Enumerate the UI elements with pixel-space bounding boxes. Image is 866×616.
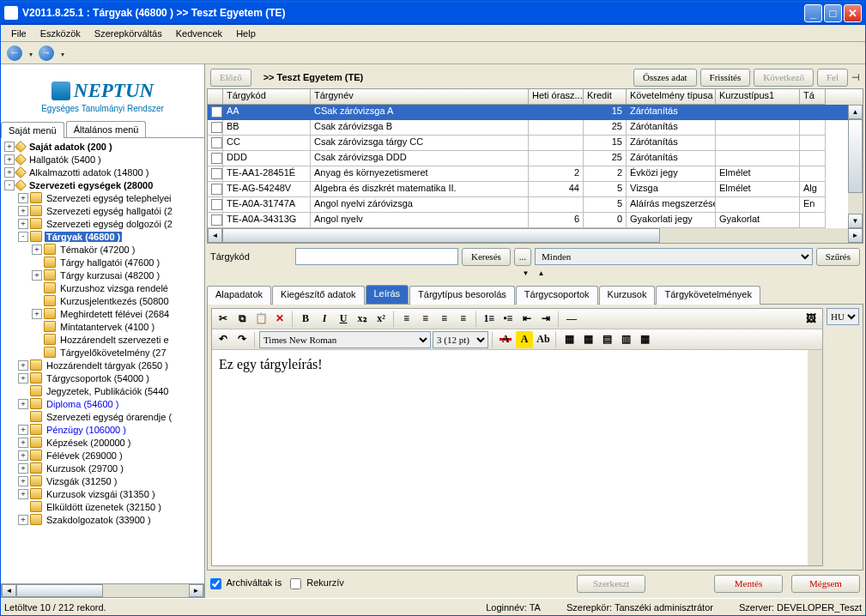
tree-node[interactable]: Kurzusjelentkezés (50800 (3, 294, 191, 307)
editor-vscrollbar[interactable] (808, 350, 822, 565)
tree-expand-icon[interactable] (32, 322, 42, 332)
refresh-button[interactable]: Frissítés (700, 69, 751, 87)
tree-expand-icon[interactable]: + (4, 167, 15, 178)
tree-node[interactable]: +Szakdolgozatok (33900 ) (3, 513, 191, 526)
pin-icon[interactable]: ⊣ (851, 72, 860, 83)
redo-icon[interactable]: ↷ (233, 331, 251, 348)
tree-node[interactable]: +Képzések (200000 ) (3, 436, 191, 449)
up-button[interactable]: Fel (817, 69, 848, 87)
close-button[interactable]: ✕ (844, 4, 862, 22)
tree-node[interactable]: Tárgy hallgatói (47600 ) (3, 256, 191, 269)
list-ordered-icon[interactable]: 1≡ (481, 311, 498, 328)
delete-icon[interactable]: ✕ (271, 311, 288, 328)
tree-expand-icon[interactable] (18, 386, 28, 396)
tree-node[interactable]: Mintatantervek (4100 ) (3, 320, 191, 333)
underline-icon[interactable]: U (335, 311, 352, 328)
tab-tárgycsoportok[interactable]: Tárgycsoportok (516, 286, 598, 305)
tree-node[interactable]: +Tárgycsoportok (54000 ) (3, 371, 191, 384)
align-justify-icon[interactable]: ≡ (455, 311, 472, 328)
column-header[interactable]: Kredit (584, 89, 627, 105)
search-input[interactable] (295, 248, 458, 265)
tree-expand-icon[interactable] (32, 335, 42, 345)
font-color-icon[interactable]: A (497, 331, 514, 348)
tree-expand-icon[interactable]: + (18, 360, 28, 371)
table-row[interactable]: BBCsak záróvizsga B25Zárótanítás (208, 120, 863, 136)
tree-node[interactable]: -Tárgyak (46800 ) (3, 230, 191, 243)
lefttab-general-menu[interactable]: Általános menü (66, 121, 147, 137)
tree-node[interactable]: +Saját adatok (200 ) (3, 140, 191, 153)
tree-node[interactable]: -Szervezeti egységek (28000 (3, 178, 191, 191)
recursive-checkbox[interactable]: Rekurzív (290, 577, 343, 589)
menu-favorites[interactable]: Kedvencek (169, 27, 229, 40)
tree-node[interactable]: Elküldött üzenetek (32150 ) (3, 500, 191, 513)
nav-back-dropdown[interactable] (28, 48, 33, 58)
filter-button[interactable]: Szűrés (816, 248, 860, 266)
tree-hscrollbar[interactable]: ◄► (1, 583, 204, 598)
editor-content[interactable]: Ez egy tárgyleírás! (212, 350, 822, 565)
align-left-icon[interactable]: ≡ (398, 311, 415, 328)
tab-alapadatok[interactable]: Alapadatok (207, 286, 271, 305)
tree-node[interactable]: +Témakör (47200 ) (3, 243, 191, 256)
tree-node[interactable]: Szervezeti egység órarendje ( (3, 410, 191, 423)
tree-expand-icon[interactable]: + (18, 463, 28, 474)
prev-button[interactable]: Előző (210, 69, 251, 87)
tree-expand-icon[interactable]: + (32, 245, 42, 255)
archived-checkbox[interactable]: Archiváltak is (210, 577, 282, 589)
edit-button[interactable]: Szerkeszt (577, 575, 645, 593)
row-checkbox[interactable] (208, 105, 223, 120)
menu-roleswitch[interactable]: Szerepkörváltás (88, 27, 169, 40)
tree-node[interactable]: Tárgyelőkövetelmény (27 (3, 346, 191, 359)
tree-node[interactable]: +Kurzusok vizsgái (31350 ) (3, 487, 191, 500)
next-button[interactable]: Következő (754, 69, 814, 87)
column-header[interactable] (208, 89, 223, 105)
tree-expand-icon[interactable] (32, 347, 42, 358)
menu-tools[interactable]: Eszközök (33, 27, 88, 40)
tree-node[interactable]: +Meghirdetett félévei (2684 (3, 307, 191, 320)
outdent-icon[interactable]: ⇤ (518, 311, 536, 328)
highlight-icon[interactable]: A (516, 331, 533, 348)
nav-forward-button[interactable]: → (36, 44, 57, 63)
tree-expand-icon[interactable] (18, 412, 28, 422)
grid-hscrollbar[interactable]: ◄► (208, 228, 863, 243)
subscript-icon[interactable]: x₂ (354, 311, 371, 328)
tree[interactable]: +Saját adatok (200 )+Hallgatók (5400 )+A… (1, 138, 204, 583)
hr-icon[interactable]: — (563, 311, 580, 328)
cancel-button[interactable]: Mégsem (791, 575, 860, 593)
tab-leírás[interactable]: Leírás (366, 285, 409, 304)
table-row[interactable]: TE-A0A-34313GAngol nyelv60Gyakorlati jeg… (208, 213, 863, 228)
tab-kurzusok[interactable]: Kurzusok (599, 286, 656, 305)
superscript-icon[interactable]: x² (372, 311, 390, 328)
tab-tárgykövetelmények[interactable]: Tárgykövetelmények (656, 286, 760, 305)
list-unordered-icon[interactable]: •≡ (500, 311, 517, 328)
column-header[interactable]: Kurzustípus1 (716, 89, 800, 105)
column-header[interactable]: Tá (800, 89, 826, 105)
column-header[interactable]: Követelmény típusa (627, 89, 716, 105)
tree-node[interactable]: +Szervezeti egység hallgatói (2 (3, 204, 191, 217)
lefttab-own-menu[interactable]: Saját menü (1, 122, 64, 138)
nav-back-button[interactable]: ← (4, 44, 25, 63)
save-button[interactable]: Mentés (714, 575, 783, 593)
table-row[interactable]: AACSak záróvizsga A15Zárótanítás (208, 105, 863, 120)
tree-node[interactable]: +Vizsgák (31250 ) (3, 474, 191, 487)
tree-expand-icon[interactable]: + (18, 193, 28, 203)
tree-expand-icon[interactable]: + (18, 219, 28, 229)
table-del-icon[interactable]: ▦ (636, 331, 653, 348)
undo-icon[interactable]: ↶ (215, 331, 232, 348)
row-checkbox[interactable] (208, 182, 223, 197)
all-data-button[interactable]: Összes adat (633, 69, 697, 87)
tree-node[interactable]: +Tárgy kurzusai (48200 ) (3, 269, 191, 281)
tree-expand-icon[interactable]: + (18, 450, 28, 461)
tree-expand-icon[interactable]: + (32, 270, 42, 281)
align-right-icon[interactable]: ≡ (436, 311, 453, 328)
tree-expand-icon[interactable]: + (18, 373, 28, 383)
menu-file[interactable]: File (4, 27, 33, 40)
tree-expand-icon[interactable]: + (4, 142, 15, 152)
row-checkbox[interactable] (208, 197, 223, 213)
tree-node[interactable]: +Alkalmazotti adatok (14800 ) (3, 166, 191, 178)
tree-expand-icon[interactable] (32, 257, 42, 268)
tab-kiegészítő-adatok[interactable]: Kiegészítő adatok (272, 286, 364, 305)
tree-expand-icon[interactable]: + (18, 489, 28, 499)
bold-icon[interactable]: B (297, 311, 314, 328)
table-col-icon[interactable]: ▥ (617, 331, 634, 348)
clear-format-icon[interactable]: Ab (535, 331, 552, 348)
